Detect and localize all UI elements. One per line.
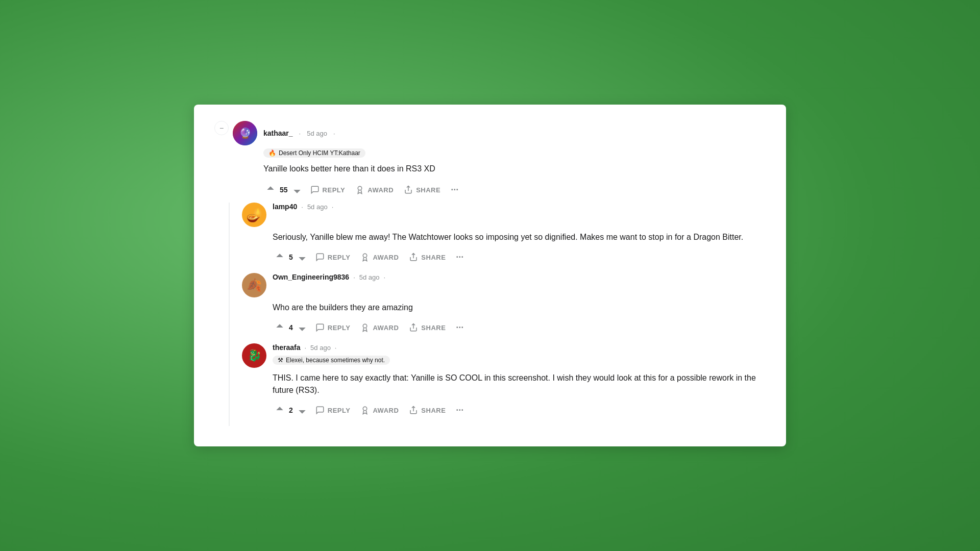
- svg-point-2: [363, 324, 368, 328]
- username: kathaar_: [263, 129, 293, 137]
- reply-button[interactable]: Reply: [311, 249, 355, 265]
- svg-point-1: [363, 254, 368, 258]
- upvote-button[interactable]: [263, 183, 278, 197]
- share-button[interactable]: Share: [405, 249, 450, 265]
- flair-badge: ⚒ Elexei, because sometimes why not.: [273, 356, 390, 365]
- reply-icon: [315, 406, 325, 415]
- username: lamp40: [273, 203, 297, 211]
- comment-card: − 🔮 kathaar_ · 5d ago · 🔥 Desert Only HC…: [194, 105, 786, 446]
- username: theraafa: [273, 343, 300, 352]
- reply-actions: 2 Reply: [273, 403, 766, 418]
- username: Own_Engineering9836: [273, 273, 349, 281]
- timestamp: 5d ago: [307, 203, 328, 211]
- reply-body: Seriously, Yanille blew me away! The Wat…: [273, 231, 766, 243]
- downvote-icon: [292, 185, 302, 195]
- reply-body: THIS. I came here to say exactly that: Y…: [273, 372, 766, 396]
- upvote-icon: [265, 185, 276, 195]
- share-button[interactable]: Share: [400, 182, 445, 197]
- reply-icon: [315, 253, 325, 262]
- share-icon: [409, 253, 418, 262]
- svg-point-0: [358, 186, 362, 190]
- reply-actions: 5 Reply: [273, 249, 766, 265]
- replies-container: 🪔 lamp40 · 5d ago · Seriously, Yanille b…: [229, 203, 766, 426]
- svg-point-3: [363, 407, 368, 411]
- collapse-button[interactable]: −: [214, 121, 229, 135]
- avatar: 🪔: [242, 203, 266, 227]
- top-comment: − 🔮 kathaar_ · 5d ago · 🔥 Desert Only HC…: [214, 121, 766, 426]
- award-button[interactable]: Award: [356, 320, 403, 335]
- reply-body: Who are the builders they are amazing: [273, 302, 766, 314]
- timestamp: 5d ago: [307, 130, 327, 137]
- reply-button[interactable]: Reply: [311, 403, 355, 418]
- upvote-icon: [275, 322, 285, 333]
- avatar: 🐉: [242, 343, 266, 368]
- share-icon: [409, 323, 418, 332]
- downvote-button[interactable]: [295, 320, 309, 335]
- reply-header-info: theraafa · 5d ago · ⚒ Elexei, because so…: [273, 343, 390, 365]
- reply-header-info: lamp40 · 5d ago ·: [273, 203, 333, 211]
- downvote-button[interactable]: [295, 250, 309, 264]
- reply-own-engineering: 🍂 Own_Engineering9836 · 5d ago · Who are…: [242, 273, 766, 335]
- avatar: 🍂: [242, 273, 266, 297]
- share-button[interactable]: Share: [405, 403, 450, 418]
- award-button[interactable]: Award: [356, 403, 403, 418]
- reply-button[interactable]: Reply: [306, 182, 350, 197]
- more-button[interactable]: ···: [452, 320, 468, 335]
- downvote-icon: [297, 405, 307, 415]
- flair-text: Desert Only HCIM YT:Kathaar: [279, 149, 360, 157]
- share-button[interactable]: Share: [405, 320, 450, 335]
- vote-count: 4: [289, 323, 293, 332]
- reply-header: 🪔 lamp40 · 5d ago ·: [242, 203, 766, 227]
- vote-count: 5: [289, 253, 293, 261]
- flair-icon: ⚒: [278, 357, 283, 364]
- more-icon: ···: [451, 185, 458, 195]
- more-button[interactable]: ···: [452, 250, 468, 265]
- reply-theraafa: 🐉 theraafa · 5d ago · ⚒ Elexei, because …: [242, 343, 766, 418]
- upvote-icon: [275, 252, 285, 262]
- reply-lamp40: 🪔 lamp40 · 5d ago · Seriously, Yanille b…: [242, 203, 766, 265]
- more-button[interactable]: ···: [452, 403, 468, 418]
- reply-header-info: Own_Engineering9836 · 5d ago ·: [273, 273, 385, 281]
- award-icon: [355, 185, 364, 194]
- downvote-button[interactable]: [295, 403, 309, 417]
- downvote-button[interactable]: [290, 183, 304, 197]
- downvote-icon: [297, 322, 307, 333]
- award-button[interactable]: Award: [356, 249, 403, 265]
- upvote-icon: [275, 405, 285, 415]
- award-button[interactable]: Award: [351, 182, 398, 197]
- comment-actions: 55 Reply: [263, 182, 766, 197]
- vote-count: 55: [280, 186, 288, 194]
- reply-header: 🍂 Own_Engineering9836 · 5d ago ·: [242, 273, 766, 297]
- comment-header: 🔮 kathaar_ · 5d ago ·: [233, 121, 766, 145]
- upvote-button[interactable]: [273, 250, 287, 264]
- downvote-icon: [297, 252, 307, 262]
- share-icon: [404, 185, 413, 194]
- upvote-button[interactable]: [273, 403, 287, 417]
- flair-badge: 🔥 Desert Only HCIM YT:Kathaar: [263, 148, 365, 158]
- flair-icon: 🔥: [268, 149, 276, 157]
- vote-count: 2: [289, 406, 293, 414]
- comment-body: Yanille looks better here than it does i…: [263, 163, 766, 175]
- flair-text: Elexei, because sometimes why not.: [286, 357, 385, 364]
- reply-button[interactable]: Reply: [311, 320, 355, 335]
- reply-icon: [310, 185, 320, 194]
- award-icon: [360, 253, 370, 262]
- award-icon: [360, 323, 370, 332]
- reply-actions: 4 Reply: [273, 320, 766, 335]
- award-icon: [360, 406, 370, 415]
- timestamp: 5d ago: [310, 344, 331, 352]
- reply-header: 🐉 theraafa · 5d ago · ⚒ Elexei, because …: [242, 343, 766, 368]
- more-button[interactable]: ···: [447, 183, 462, 197]
- reply-icon: [315, 323, 325, 332]
- avatar: 🔮: [233, 121, 257, 145]
- timestamp: 5d ago: [359, 273, 380, 281]
- share-icon: [409, 406, 418, 415]
- upvote-button[interactable]: [273, 320, 287, 335]
